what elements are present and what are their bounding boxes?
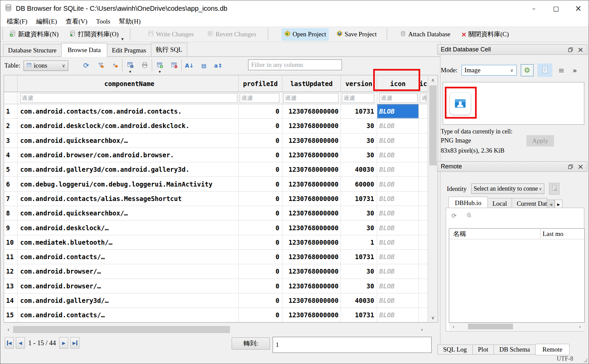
filter-icon[interactable]: 過濾 [377, 92, 419, 104]
table-row[interactable]: 9com.android.deskclock/…0123076800000030… [4, 220, 428, 235]
table-row[interactable]: 7com.android.contacts/alias.MessageShort… [4, 192, 428, 206]
sort-toggle-button[interactable]: a↕ [213, 60, 223, 71]
cell[interactable] [419, 104, 428, 118]
menu-view[interactable]: 查看(V) [62, 16, 92, 27]
vertical-scrollbar[interactable]: ∧ ∨ [428, 75, 438, 322]
cell[interactable]: 40030 [341, 162, 377, 176]
next-page-button[interactable]: ▶ [59, 337, 68, 349]
cell[interactable] [419, 148, 428, 162]
cell[interactable] [419, 119, 428, 133]
cell[interactable]: 1 [341, 235, 377, 249]
goto-button[interactable]: 轉到: [232, 337, 270, 350]
close-database-button[interactable]: × 關閉資料庫(C) [458, 28, 511, 41]
float-panel-icon[interactable] [568, 164, 573, 169]
cell[interactable]: 15 [4, 308, 17, 322]
cell[interactable]: 1230768000000 [282, 264, 341, 278]
close-panel-icon[interactable]: × [578, 162, 584, 171]
cell[interactable]: BLOB [377, 250, 419, 264]
new-database-button[interactable]: 新建資料庫(N) [7, 28, 61, 41]
dock-tab-db-schema[interactable]: DB Schema [494, 345, 536, 355]
remote-upload-database-icon[interactable] [466, 212, 472, 219]
cell[interactable]: BLOB [377, 104, 419, 118]
table-row[interactable]: 4com.android.browser/com.android.browser… [4, 148, 428, 162]
auto-apply-button[interactable]: ⚙ [521, 64, 534, 76]
cell[interactable]: 1230768000000 [282, 220, 341, 235]
cell[interactable]: 9 [4, 220, 17, 235]
cell[interactable]: 6 [4, 177, 17, 191]
remote-list-header-name[interactable]: 名稱 [449, 229, 541, 239]
cell[interactable] [419, 220, 428, 235]
cell[interactable] [419, 133, 428, 148]
cell[interactable]: 40030 [341, 293, 377, 308]
cell[interactable] [419, 279, 428, 293]
tab-browse-data[interactable]: Browse Data [61, 43, 107, 57]
scroll-left-icon[interactable]: ‹ [449, 324, 458, 330]
cell[interactable]: 1230768000000 [282, 206, 341, 220]
cell[interactable]: 10731 [341, 250, 377, 264]
insert-record-button[interactable]: ▼ [155, 60, 165, 71]
cell[interactable]: 11 [4, 250, 17, 264]
cell[interactable]: 30 [341, 220, 377, 235]
dock-tab-sql-log[interactable]: SQL Log [437, 345, 473, 355]
cell[interactable]: com.android.contacts/com.android.contact… [17, 104, 239, 118]
table-row[interactable]: 13com.android.browser/…0123076800000030B… [4, 279, 428, 293]
cell[interactable] [419, 308, 428, 322]
cell[interactable]: BLOB [377, 177, 419, 191]
table-row[interactable]: 15com.android.contacts/…0123076800000010… [4, 308, 428, 322]
maximize-button[interactable]: □ [545, 0, 567, 16]
minimize-button[interactable]: – [523, 0, 545, 16]
column-header-icon[interactable]: icon [377, 75, 419, 92]
cell[interactable]: 0 [239, 279, 282, 293]
table-row[interactable]: 8com.android.quicksearchbox/…01230768000… [4, 206, 428, 220]
vertical-scrollbar-thumb[interactable] [429, 85, 437, 165]
save-table-button[interactable]: ▼ [125, 60, 135, 71]
open-in-editor-button[interactable] [538, 64, 552, 77]
open-project-button[interactable]: Open Project [281, 28, 329, 41]
sort-ascending-button[interactable]: A↓ [184, 60, 194, 71]
print-button[interactable] [140, 60, 150, 71]
cell[interactable]: com.android.deskclock/com.android.deskcl… [17, 119, 239, 133]
cell[interactable]: 1230768000000 [282, 293, 341, 308]
remote-scrollbar-thumb[interactable] [468, 324, 513, 329]
cell[interactable]: 1230768000000 [282, 177, 341, 191]
cell[interactable]: com.android.contacts/… [17, 308, 239, 322]
filter-lastUpdated[interactable]: 過濾 [282, 92, 341, 104]
cell[interactable]: com.debug.loggerui/com.debug.loggerui.Ma… [17, 177, 239, 191]
cell[interactable]: com.android.quicksearchbox/… [17, 133, 239, 148]
apply-button[interactable]: Apply [526, 135, 554, 147]
cell[interactable]: 8 [4, 206, 17, 220]
cell[interactable]: BLOB [377, 235, 419, 249]
goto-record-input[interactable] [273, 337, 432, 353]
filter-any-column-input[interactable] [248, 59, 342, 70]
cell[interactable] [419, 162, 428, 176]
table-row[interactable]: 3com.android.quicksearchbox/…01230768000… [4, 133, 428, 148]
cell[interactable]: 14 [4, 293, 17, 308]
cell[interactable]: BLOB [377, 293, 419, 308]
cell[interactable]: 10731 [341, 192, 377, 206]
cell[interactable] [419, 206, 428, 220]
cell[interactable]: BLOB [377, 162, 419, 176]
scroll-left-icon[interactable]: ‹ [4, 326, 13, 333]
clear-filters-button[interactable] [95, 60, 106, 71]
menu-file[interactable]: 檔案(F) [2, 16, 32, 27]
table-row[interactable]: 2com.android.deskclock/com.android.deskc… [4, 119, 428, 133]
cell[interactable]: com.android.deskclock/… [17, 220, 239, 235]
insert-record-menu-arrow[interactable]: ▼ [158, 70, 161, 74]
cell[interactable]: 1 [4, 104, 17, 118]
cell[interactable]: com.android.contacts/alias.MessageShortc… [17, 192, 239, 206]
cell[interactable]: 30 [341, 133, 377, 148]
cell[interactable]: BLOB [377, 192, 419, 206]
cell[interactable]: BLOB [377, 220, 419, 235]
cell[interactable]: 30 [341, 264, 377, 278]
cell[interactable]: 60000 [341, 177, 377, 191]
table-row[interactable]: 10com.mediatek.bluetooth/…01230768000000… [4, 235, 428, 250]
cell[interactable]: com.android.contacts/… [17, 250, 239, 264]
close-panel-icon[interactable]: × [578, 45, 584, 54]
delete-record-button[interactable] [169, 60, 179, 71]
table-row[interactable]: 11com.android.contacts/…0123076800000010… [4, 250, 428, 264]
cell[interactable]: BLOB [377, 264, 419, 278]
refresh-button[interactable]: ⟳ [81, 60, 91, 71]
cell[interactable]: 30 [341, 148, 377, 162]
corner-header-cell[interactable] [4, 75, 17, 92]
remote-list-header-modified[interactable]: Last mo [541, 230, 584, 238]
